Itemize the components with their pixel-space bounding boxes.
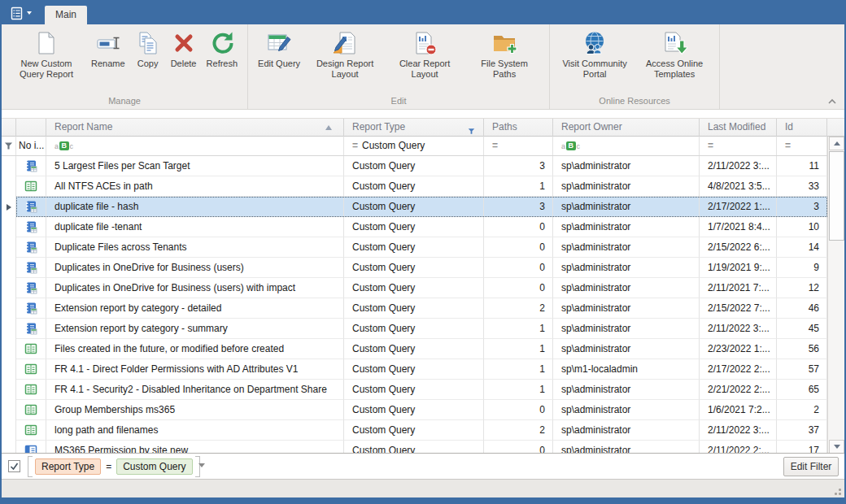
- table-row[interactable]: duplicate file - hashCustom Query3sp\adm…: [2, 197, 827, 217]
- refresh-button[interactable]: Refresh: [204, 28, 241, 71]
- vertical-scrollbar[interactable]: [827, 137, 844, 454]
- app-menu-icon: [11, 7, 24, 20]
- column-header-paths[interactable]: Paths: [484, 119, 553, 137]
- row-body: FR 4.1 - Security2 - Disabled Inheritanc…: [16, 380, 827, 400]
- row-indicator-cell: [2, 156, 16, 176]
- row-body: Extension report by category - detailedC…: [16, 298, 827, 319]
- column-header-report-owner[interactable]: Report Owner: [553, 119, 700, 137]
- abc-filter-icon: aBc: [55, 141, 73, 150]
- tab-main[interactable]: Main: [45, 6, 87, 24]
- new-custom-query-report-button[interactable]: New Custom Query Report: [9, 28, 84, 81]
- app-menu-button[interactable]: [8, 4, 39, 22]
- report-book-icon: [24, 220, 37, 233]
- scroll-up-button[interactable]: [829, 137, 844, 150]
- filter-operator[interactable]: =: [106, 461, 111, 472]
- copy-button[interactable]: Copy: [133, 28, 164, 71]
- cell-report-owner: sp\administrator: [553, 420, 700, 441]
- cell-report-name: long path and filenames: [46, 420, 344, 441]
- header-icon-cell: [16, 119, 46, 137]
- row-body: Group Memberships ms365Custom Query0sp\a…: [16, 400, 827, 420]
- cell-id: 65: [777, 380, 827, 400]
- table-row[interactable]: All NTFS ACEs in pathCustom Query1sp\adm…: [2, 176, 827, 197]
- cell-report-name: MS365 Permission by site new: [46, 441, 344, 454]
- cell-report-name: 5 Largest Files per Scan Target: [46, 156, 344, 176]
- ribbon-button-label: Copy: [137, 59, 159, 69]
- edit-query-button[interactable]: Edit Query: [255, 28, 303, 71]
- edit-filter-button[interactable]: Edit Filter: [783, 457, 839, 476]
- access-online-templates-button[interactable]: Access Online Templates: [637, 28, 712, 81]
- design-report-layout-button[interactable]: Design Report Layout: [307, 28, 382, 81]
- equals-icon: =: [785, 137, 791, 155]
- report-book-icon: [24, 159, 37, 172]
- ribbon-button-label: Access Online Templates: [639, 59, 709, 80]
- filter-field-chip[interactable]: Report Type: [35, 458, 101, 475]
- column-header-report-type[interactable]: Report Type: [344, 119, 484, 137]
- table-row[interactable]: Group Memberships ms365Custom Query0sp\a…: [2, 400, 827, 420]
- table-row[interactable]: Duplicates in OneDrive for Business (use…: [2, 258, 827, 278]
- equals-icon: =: [352, 137, 358, 155]
- filter-report-owner[interactable]: aBc: [553, 137, 700, 155]
- header-indicator-cell: [2, 119, 16, 137]
- cell-report-name: All NTFS ACEs in path: [46, 176, 344, 197]
- ribbon-group-caption: Manage: [7, 93, 242, 109]
- table-row[interactable]: Files created in the future, or modified…: [2, 339, 827, 359]
- cell-last-modified: 2/15/2022 7:...: [700, 298, 777, 319]
- filter-id[interactable]: =: [777, 137, 827, 155]
- table-row[interactable]: FR 4.1 - Security2 - Disabled Inheritanc…: [2, 380, 827, 400]
- ribbon-group-caption: Online Resources: [555, 93, 714, 109]
- cell-last-modified: 1/19/2021 9:...: [700, 258, 777, 278]
- column-header-last-modified[interactable]: Last Modified: [700, 119, 777, 137]
- row-body: Duplicates in OneDrive for Business (use…: [16, 258, 827, 278]
- ribbon-collapse-chevron-icon[interactable]: [826, 97, 838, 106]
- clear-report-layout-button[interactable]: Clear Report Layout: [387, 28, 462, 81]
- filter-dropdown-icon[interactable]: [198, 463, 205, 467]
- cell-report-type: Custom Query: [344, 380, 484, 400]
- cell-report-owner: sp\administrator: [553, 380, 700, 400]
- scrollbar-thumb[interactable]: [829, 151, 844, 241]
- table-row[interactable]: long path and filenamesCustom Query2sp\a…: [2, 420, 827, 441]
- filter-value-chip[interactable]: Custom Query: [116, 458, 192, 475]
- cell-report-type: Custom Query: [344, 176, 484, 197]
- cell-id: 45: [777, 319, 827, 339]
- row-indicator-cell: [2, 359, 16, 380]
- cell-last-modified: 2/15/2022 6:...: [700, 237, 777, 258]
- cell-report-owner: sp\administrator: [553, 400, 700, 420]
- table-row[interactable]: 5 Largest Files per Scan TargetCustom Qu…: [2, 156, 827, 176]
- cell-id: 37: [777, 420, 827, 441]
- equals-icon: =: [492, 137, 498, 155]
- cell-report-type: Custom Query: [344, 258, 484, 278]
- ribbon: New Custom Query ReportRenameCopyDeleteR…: [2, 24, 844, 110]
- table-green-icon: [24, 424, 37, 437]
- table-row[interactable]: FR 4.1 - Direct Folder Permissions with …: [2, 359, 827, 380]
- delete-button[interactable]: Delete: [168, 28, 199, 71]
- table-row[interactable]: Duplicates in OneDrive for Business (use…: [2, 278, 827, 298]
- filter-report-name[interactable]: aBc: [46, 137, 344, 155]
- cell-report-owner: sp\administrator: [553, 176, 700, 197]
- scroll-down-button[interactable]: [829, 440, 844, 454]
- column-header-report-name[interactable]: Report Name: [46, 119, 344, 137]
- visit-community-portal-button[interactable]: Visit Community Portal: [557, 28, 632, 81]
- table-row[interactable]: duplicate file -tenantCustom Query0sp\ad…: [2, 217, 827, 237]
- column-header-id[interactable]: Id: [777, 119, 827, 137]
- resize-grip[interactable]: [831, 485, 841, 495]
- report-type-icon-cell: [16, 197, 46, 217]
- cell-report-type: Custom Query: [344, 156, 484, 176]
- cell-last-modified: 2/11/2021 7:...: [700, 278, 777, 298]
- filter-icon-column[interactable]: No i...: [16, 137, 46, 155]
- cell-report-type: Custom Query: [344, 339, 484, 359]
- filter-last-modified[interactable]: =: [700, 137, 777, 155]
- column-filter-funnel-icon[interactable]: [468, 124, 475, 137]
- cell-last-modified: 2/11/2022 3:...: [700, 156, 777, 176]
- cell-last-modified: 2/11/2022 3:...: [700, 319, 777, 339]
- filter-report-type[interactable]: =Custom Query: [344, 137, 484, 155]
- table-row[interactable]: Extension report by category - summaryCu…: [2, 319, 827, 339]
- filter-enabled-checkbox[interactable]: [8, 460, 20, 472]
- table-row[interactable]: Extension report by category - detailedC…: [2, 298, 827, 319]
- filter-paths[interactable]: =: [484, 137, 553, 155]
- table-row[interactable]: Duplicate Files across TenantsCustom Que…: [2, 237, 827, 258]
- rename-button[interactable]: Rename: [89, 28, 128, 71]
- table-green-icon: [24, 363, 37, 376]
- ribbon-button-label: Visit Community Portal: [560, 59, 630, 80]
- table-row[interactable]: MS365 Permission by site newCustom Query…: [2, 441, 827, 454]
- file-system-paths-button[interactable]: File System Paths: [467, 28, 542, 81]
